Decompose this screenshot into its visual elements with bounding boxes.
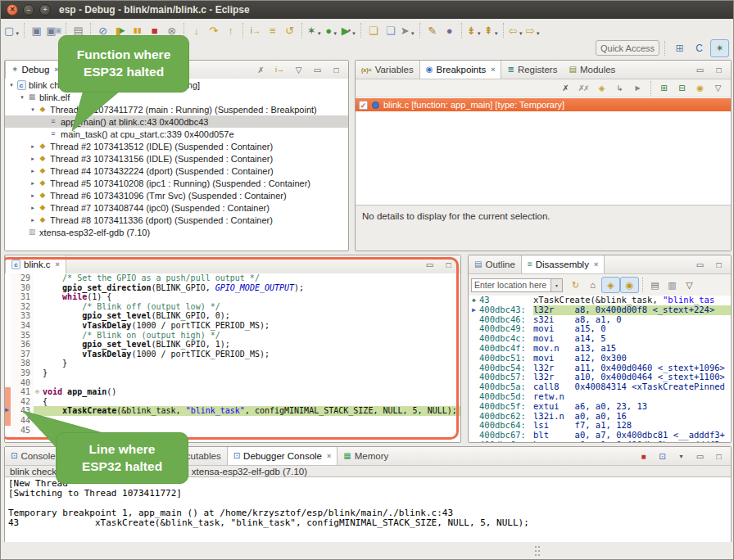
tab-debugger-console[interactable]: ⊡ Debugger Console × xyxy=(227,447,338,465)
go-to-file-button[interactable]: ↳ xyxy=(611,81,628,95)
editor-line[interactable]: 42{ xyxy=(5,397,460,407)
disassembly-row[interactable]: 400dbc5d:retw.n xyxy=(469,392,731,402)
window-close-button[interactable]: ✕ xyxy=(7,4,18,16)
instruction-stepping-toggle[interactable]: i→ xyxy=(271,62,288,77)
breakpoint-item[interactable]: ✓ blink.c [function: app_main] [type: Te… xyxy=(356,98,731,111)
debug-tree-row[interactable]: ▾▦blink.elf xyxy=(5,91,348,103)
minimize-button[interactable]: ▭ xyxy=(691,62,709,77)
editor-line[interactable]: 33 gpio_set_level(BLINK_GPIO, 0); xyxy=(5,311,460,321)
debug-tree-row[interactable]: ≡app_main() at blink.c:43 0x400dbc43 xyxy=(5,115,348,128)
sync-context-button[interactable]: ◈ xyxy=(601,277,620,293)
tab-blink-c[interactable]: c blink.c × xyxy=(5,255,66,273)
maximize-button[interactable]: □ xyxy=(710,449,727,463)
close-icon[interactable]: × xyxy=(56,260,60,269)
breakpoint-checkbox[interactable]: ✓ xyxy=(359,101,368,110)
debug-tree-row[interactable]: ▥xtensa-esp32-elf-gdb (7.10) xyxy=(5,226,348,238)
tab-console[interactable]: ⊡ Console xyxy=(5,447,61,465)
debug-button[interactable]: ✶▼ xyxy=(306,22,323,38)
debug-tree-row[interactable]: ▸◆Thread #2 1073413512 (IDLE) (Suspended… xyxy=(5,140,348,152)
editor-line[interactable]: 44} xyxy=(5,416,460,426)
pin-editor-button[interactable]: ⇟▼ xyxy=(465,22,483,38)
use-step-filters-button[interactable]: ≡ xyxy=(264,22,281,38)
flash-target-button[interactable]: ➤▼ xyxy=(399,22,416,38)
debug-tree-row[interactable]: ▸◆Thread #7 1073408744 (ipc0) (Suspended… xyxy=(5,201,348,214)
close-icon[interactable]: × xyxy=(327,452,331,460)
disassembly-row[interactable]: 400dbc4f:mov.n a13, a15 xyxy=(469,344,731,354)
step-over-button[interactable]: ↷ xyxy=(205,22,222,38)
view-menu-button[interactable]: ▽ xyxy=(681,278,698,292)
fold-icon[interactable]: ⊖ xyxy=(34,387,41,397)
editor-line[interactable]: 37 vTaskDelay(1000 / portTICK_PERIOD_MS)… xyxy=(5,350,460,359)
open-perspective-button[interactable]: ⊞ xyxy=(671,40,688,56)
window-minimize-button[interactable]: – xyxy=(23,4,34,16)
maximize-button[interactable]: □ xyxy=(328,62,345,77)
editor-line[interactable]: 36 gpio_set_level(BLINK_GPIO, 1); xyxy=(5,340,460,350)
debug-tree-row[interactable]: ▸◆Thread #6 1073431096 (Tmr Svc) (Suspen… xyxy=(5,189,348,201)
new-wizard-button[interactable]: ▢▼ xyxy=(3,22,20,38)
new-c-project-button[interactable]: ❏ xyxy=(365,22,382,38)
maximize-button[interactable]: □ xyxy=(710,257,727,272)
link-editor-button[interactable]: ⇞▼ xyxy=(483,22,500,38)
editor-line[interactable]: 35 /* Blink on (output high) */ xyxy=(5,331,460,341)
tab-modules[interactable]: ▤ Modules xyxy=(563,61,621,79)
tab-outline[interactable]: ▤ Outline xyxy=(469,255,521,273)
tab-breakpoints[interactable]: ◉ Breakpoints × xyxy=(419,61,502,79)
drop-to-frame-button[interactable]: ↺ xyxy=(281,22,298,38)
save-all-button[interactable]: ▣▣ xyxy=(45,22,62,38)
home-button[interactable]: ⌂ xyxy=(584,278,601,292)
remove-all-terminated-button[interactable]: ✗ xyxy=(252,62,270,77)
minimize-button[interactable]: ▭ xyxy=(309,62,326,77)
disassembly-row[interactable]: ▶400dbc43:l32r a8, 0x400d00f8 <_stext+22… xyxy=(469,305,731,315)
close-icon[interactable]: × xyxy=(491,65,495,74)
display-selected-console-button[interactable]: ⊡ xyxy=(654,449,671,463)
close-icon[interactable]: × xyxy=(594,260,598,269)
expand-all-button[interactable]: ⊞ xyxy=(655,81,673,95)
step-return-button[interactable]: ↑ xyxy=(222,22,239,38)
debug-tree-row[interactable]: ▸◆Thread #8 1073411336 (dport) (Suspende… xyxy=(5,214,348,226)
editor-line[interactable]: 38 } xyxy=(5,359,460,368)
editor-line[interactable]: 31 while(1) { xyxy=(5,292,460,302)
editor-line[interactable]: 32 /* Blink off (output low) */ xyxy=(5,302,460,312)
sash-drag-handle[interactable] xyxy=(535,546,540,556)
maximize-button[interactable]: □ xyxy=(710,62,727,77)
chevron-down-icon[interactable]: ▾ xyxy=(550,279,562,291)
collapse-all-button[interactable]: ⊟ xyxy=(673,81,691,95)
terminate-console-button[interactable]: ■ xyxy=(635,449,652,463)
external-tools-button[interactable]: ▶▪▼ xyxy=(340,22,357,38)
tab-memory[interactable]: ▦ Memory xyxy=(338,447,394,465)
link-with-debug-button[interactable]: ◉ xyxy=(691,81,709,95)
disassembly-row[interactable]: 400dbc51:movi a12, 0x300 xyxy=(469,354,731,364)
editor-line[interactable]: ▶43 xTaskCreate(&blink_task, "blink_task… xyxy=(5,406,460,416)
view-menu-button[interactable]: ▽ xyxy=(290,62,307,77)
remove-breakpoint-button[interactable]: ✗ xyxy=(557,81,574,95)
save-button[interactable]: ▣ xyxy=(28,22,45,38)
disassembly-row[interactable]: 400dbc6a:bnone a0, a1, 0x400dbc8b <__add… xyxy=(469,440,731,442)
open-new-view-button[interactable]: ▤ xyxy=(646,278,664,292)
tab-debug[interactable]: ✶ Debug × xyxy=(5,61,66,79)
step-into-button[interactable]: ↓ xyxy=(188,22,205,38)
skip-all-button[interactable]: ▶ xyxy=(629,81,646,95)
debug-tree-row[interactable]: ≡main_task() at cpu_start.c:339 0x400d05… xyxy=(5,128,348,140)
editor-line[interactable]: 30 gpio_set_direction(BLINK_GPIO, GPIO_M… xyxy=(5,283,460,293)
disassembly-row[interactable]: 400dbc5f:extui a6, a0, 23, 13 xyxy=(469,402,731,412)
window-maximize-button[interactable]: + xyxy=(39,4,51,16)
minimize-button[interactable]: ▭ xyxy=(691,257,709,272)
debug-tree-row[interactable]: ▸◆Thread #5 1073410208 (ipc1 : Running) … xyxy=(5,177,348,189)
editor-body[interactable]: 29 /* Set the GPIO as a push/pull output… xyxy=(5,273,460,442)
console-list-caret[interactable]: ▾ xyxy=(673,449,690,463)
cpp-perspective-button[interactable]: C xyxy=(691,40,708,56)
refresh-button[interactable]: ↻ xyxy=(567,278,584,292)
show-breakpoints-for-button[interactable]: ◈ xyxy=(593,81,610,95)
back-history-button[interactable]: ⇦▼ xyxy=(507,22,524,38)
editor-line[interactable]: 39} xyxy=(5,368,460,378)
view-menu-button[interactable]: ▽ xyxy=(709,81,727,95)
show-source-button[interactable]: ◉ xyxy=(620,277,639,293)
pin-view-button[interactable]: ▥ xyxy=(664,278,681,292)
remove-all-breakpoints-button[interactable]: ✗✗ xyxy=(575,81,592,95)
tab-registers[interactable]: ≣ Registers xyxy=(501,61,563,79)
editor-line[interactable]: 29 /* Set the GPIO as a push/pull output… xyxy=(5,273,460,283)
quick-access-button[interactable]: Quick Access xyxy=(596,40,659,56)
debug-tree-row[interactable]: ▸◆Thread #4 1073432224 (dport) (Suspende… xyxy=(5,165,348,177)
open-element-button[interactable]: ❏ xyxy=(382,22,399,38)
minimize-button[interactable]: ▭ xyxy=(421,257,438,272)
